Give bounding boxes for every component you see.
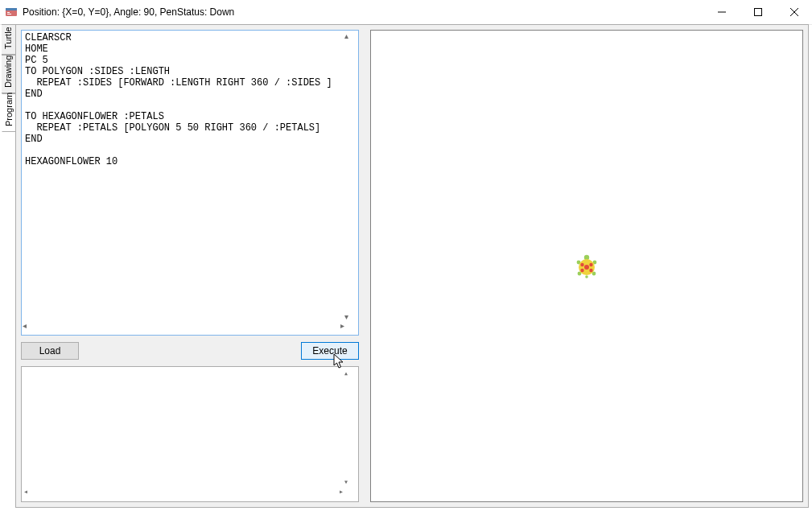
- maximize-button[interactable]: [740, 0, 776, 24]
- svg-point-15: [584, 265, 589, 270]
- scroll-right-icon: ▸: [339, 487, 344, 500]
- svg-point-17: [589, 262, 592, 266]
- svg-point-19: [589, 268, 592, 271]
- svg-point-13: [585, 275, 588, 278]
- tab-drawing[interactable]: Drawing: [2, 55, 16, 93]
- drawing-canvas[interactable]: [370, 30, 803, 502]
- load-button[interactable]: Load: [21, 342, 79, 360]
- svg-rect-2: [7, 12, 10, 13]
- app-icon: [5, 6, 18, 19]
- scroll-left-icon: ◂: [23, 487, 28, 500]
- tab-program[interactable]: Program: [2, 93, 16, 132]
- window-controls: [703, 0, 812, 24]
- svg-point-18: [580, 268, 583, 271]
- left-pane: ▴ ▾ ◂ ▸ Load Execute ▴ ▾: [21, 30, 359, 502]
- console-hscrollbar[interactable]: ◂ ▸: [23, 487, 344, 500]
- button-row: Load Execute: [21, 342, 359, 361]
- output-console[interactable]: ▴ ▾ ◂ ▸: [21, 366, 359, 502]
- svg-rect-1: [6, 8, 17, 10]
- content-area: Turtle Drawing Program ▴ ▾ ◂ ▸: [0, 24, 812, 511]
- code-editor[interactable]: [21, 30, 359, 336]
- titlebar: Position: {X=0, Y=0}, Angle: 90, PenStat…: [0, 0, 812, 25]
- minimize-button[interactable]: [703, 0, 740, 24]
- console-vscrollbar[interactable]: ▴ ▾: [344, 369, 357, 487]
- scroll-down-icon: ▾: [344, 477, 357, 487]
- close-button[interactable]: [776, 0, 812, 24]
- scroll-up-icon: ▴: [344, 369, 357, 378]
- turtle-icon: [574, 253, 600, 279]
- svg-rect-5: [754, 9, 761, 16]
- program-panel: ▴ ▾ ◂ ▸ Load Execute ▴ ▾: [15, 24, 809, 508]
- svg-rect-3: [7, 14, 11, 14]
- execute-button[interactable]: Execute: [301, 342, 359, 360]
- code-editor-container: ▴ ▾ ◂ ▸: [21, 30, 359, 336]
- app-window: Position: {X=0, Y=0}, Angle: 90, PenStat…: [0, 0, 812, 511]
- window-title: Position: {X=0, Y=0}, Angle: 90, PenStat…: [23, 6, 703, 18]
- svg-point-16: [580, 262, 583, 266]
- tab-turtle[interactable]: Turtle: [2, 24, 16, 55]
